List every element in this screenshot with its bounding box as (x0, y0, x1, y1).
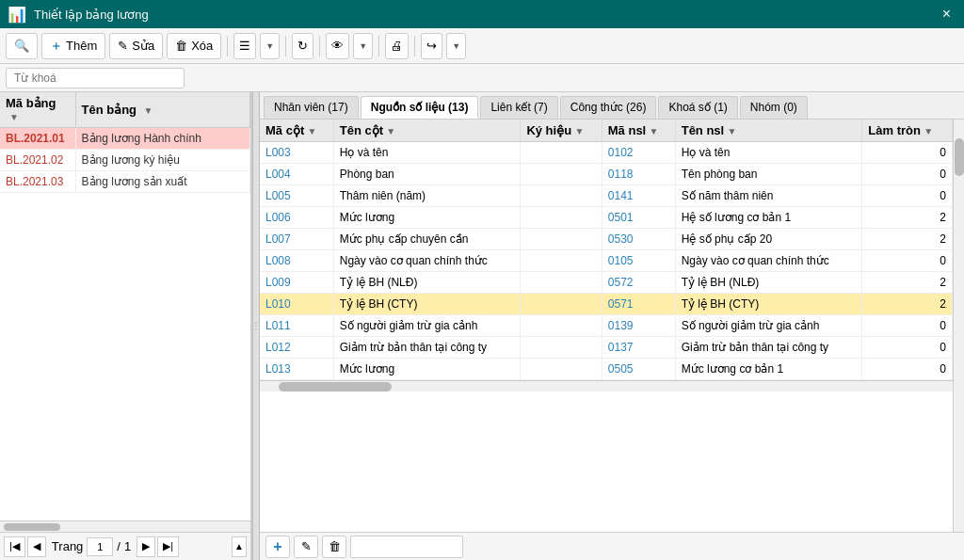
print-button[interactable]: 🖨 (385, 33, 409, 59)
right-table-row[interactable]: L010 Tỷ lệ BH (CTY) 0571 Tỷ lệ BH (CTY) … (260, 294, 953, 315)
col-filter-icon[interactable]: ▼ (308, 126, 317, 136)
tab-4[interactable]: Khoá số (1) (658, 96, 737, 119)
cell-ma-cot: L005 (260, 185, 333, 207)
cell-ten-nsl: Hệ số lương cơ bản 1 (675, 207, 862, 229)
cell-ma-nsl: 0102 (602, 142, 675, 164)
edit-icon: ✎ (118, 39, 128, 53)
right-hscrollbar[interactable] (260, 380, 953, 392)
col-label: Tên cột (340, 123, 383, 137)
cell-ma-cot: L011 (260, 315, 333, 337)
col-filter-icon[interactable]: ▼ (386, 126, 395, 136)
right-table-row[interactable]: L005 Thâm niên (năm) 0141 Số năm thâm ni… (260, 185, 953, 207)
row-action-input[interactable] (350, 536, 463, 558)
right-table-row[interactable]: L012 Giảm trừ bản thân tại công ty 0137 … (260, 337, 953, 359)
right-table-wrap: Mã cột ▼Tên cột ▼Ký hiệu ▼Mã nsl ▼Tên ns… (260, 120, 953, 532)
row-delete-button[interactable]: 🗑 (322, 536, 346, 558)
trang-label: Trang (52, 539, 83, 553)
view-dropdown-arrow: ▼ (359, 41, 367, 51)
tabs: Nhân viên (17)Nguồn số liệu (13)Liên kết… (260, 92, 964, 120)
menu-dropdown-arrow: ▼ (265, 41, 274, 51)
view-dropdown-button[interactable]: ▼ (353, 33, 373, 59)
col-filter-icon[interactable]: ▼ (728, 126, 737, 136)
cell-lam-tron: 0 (862, 337, 953, 359)
cell-lam-tron: 2 (862, 229, 953, 250)
cell-ma-nsl: 0105 (602, 250, 675, 272)
close-button[interactable]: × (937, 5, 956, 24)
left-table-wrap: Mã bảng ▼ Tên bảng ▼ BL.2021.01 Bảng lươ… (0, 92, 250, 520)
cell-ma-cot: L013 (260, 359, 333, 380)
left-table-row[interactable]: BL.2021.03 Bảng lương sản xuất (0, 171, 250, 193)
resize-handle[interactable]: ⋮ (252, 92, 260, 560)
tab-5[interactable]: Nhóm (0) (740, 96, 808, 119)
nav-next-button[interactable]: ▶ (137, 536, 155, 557)
expand-button[interactable]: ▲ (232, 536, 247, 557)
cell-ten-nsl: Hệ số phụ cấp 20 (675, 229, 862, 250)
nav-first-button[interactable]: |◀ (4, 536, 25, 557)
right-vscrollbar[interactable] (953, 120, 964, 532)
share-button[interactable]: ↪ (421, 33, 442, 59)
tab-1[interactable]: Nguồn số liệu (13) (361, 96, 479, 119)
right-table-row[interactable]: L011 Số người giảm trừ gia cảnh 0139 Số … (260, 315, 953, 337)
search-input[interactable] (6, 68, 185, 88)
share-dropdown-button[interactable]: ▼ (446, 33, 466, 59)
right-table-row[interactable]: L006 Mức lương 0501 Hệ số lương cơ bản 1… (260, 207, 953, 229)
row-add-button[interactable]: + (265, 536, 290, 558)
refresh-button[interactable]: ↻ (292, 33, 313, 59)
col-ten_cot-header: Tên cột ▼ (333, 120, 521, 142)
add-label: Thêm (66, 39, 97, 53)
edit-button[interactable]: ✎ Sửa (109, 33, 163, 59)
cell-ten-nsl: Số năm thâm niên (675, 185, 862, 207)
tab-2[interactable]: Liên kết (7) (480, 96, 557, 119)
right-panel: Nhân viên (17)Nguồn số liệu (13)Liên kết… (260, 92, 964, 560)
menu-dropdown-button[interactable]: ▼ (260, 33, 280, 59)
row-edit-button[interactable]: ✎ (294, 536, 318, 558)
left-table-row[interactable]: BL.2021.02 Bảng lương ký hiệu (0, 150, 250, 171)
tab-0[interactable]: Nhân viên (17) (264, 96, 359, 119)
ma-filter-icon[interactable]: ▼ (9, 112, 19, 122)
left-bottom-nav: |◀ ◀ Trang / 1 ▶ ▶| ▲ (0, 532, 250, 560)
cell-lam-tron: 0 (862, 359, 953, 380)
col-label: Mã nsl (608, 123, 646, 137)
nav-prev-button[interactable]: ◀ (27, 536, 46, 557)
row-add-icon: + (273, 538, 281, 555)
right-table-row[interactable]: L009 Tỷ lệ BH (NLĐ) 0572 Tỷ lệ BH (NLĐ) … (260, 272, 953, 294)
col-filter-icon[interactable]: ▼ (574, 126, 584, 136)
cell-ma-nsl: 0571 (602, 294, 675, 315)
search-toolbar-button[interactable]: 🔍 (6, 33, 38, 59)
cell-ma-cot: L004 (260, 164, 333, 185)
share-icon: ↪ (426, 39, 437, 53)
of-label: / (117, 539, 120, 553)
toolbar: 🔍 ＋ Thêm ✎ Sửa 🗑 Xóa ☰ ▼ ↻ 👁 ▼ 🖨 ↪ ▼ (0, 28, 964, 64)
cell-ten-cot: Phòng ban (333, 164, 521, 185)
col-filter-icon[interactable]: ▼ (924, 126, 933, 136)
ten-filter-icon[interactable]: ▼ (143, 105, 153, 116)
cell-ma-cot: L010 (260, 294, 333, 315)
cell-ma-nsl: 0572 (602, 272, 675, 294)
right-table-row[interactable]: L008 Ngày vào cơ quan chính thức 0105 Ng… (260, 250, 953, 272)
cell-ma: BL.2021.01 (0, 128, 75, 150)
tab-3[interactable]: Công thức (26) (560, 96, 657, 119)
view-button[interactable]: 👁 (326, 33, 349, 59)
cell-ten-cot: Mức lương (333, 207, 521, 229)
cell-lam-tron: 2 (862, 207, 953, 229)
add-button[interactable]: ＋ Thêm (41, 33, 105, 59)
searchbar (0, 64, 964, 92)
cell-ma: BL.2021.03 (0, 171, 75, 193)
page-info: Trang / 1 (52, 537, 131, 556)
right-table-row[interactable]: L004 Phòng ban 0118 Tên phòng ban 0 (260, 164, 953, 185)
col-filter-icon[interactable]: ▼ (650, 126, 659, 136)
cell-lam-tron: 2 (862, 272, 953, 294)
cell-ten-cot: Tỷ lệ BH (NLĐ) (333, 272, 521, 294)
right-table-row[interactable]: L007 Mức phụ cấp chuyên cần 0530 Hệ số p… (260, 229, 953, 250)
delete-button[interactable]: 🗑 Xóa (167, 33, 221, 59)
right-table-row[interactable]: L003 Họ và tên 0102 Họ và tên 0 (260, 142, 953, 164)
left-table-row[interactable]: BL.2021.01 Bảng lương Hành chính (0, 128, 250, 150)
page-input[interactable] (87, 537, 113, 556)
menu-button[interactable]: ☰ (233, 33, 256, 59)
nav-last-button[interactable]: ▶| (157, 536, 179, 557)
right-table-row[interactable]: L013 Mức lương 0505 Mức lương cơ bản 1 0 (260, 359, 953, 380)
cell-ky-hieu (521, 294, 602, 315)
add-icon: ＋ (50, 38, 62, 55)
right-table: Mã cột ▼Tên cột ▼Ký hiệu ▼Mã nsl ▼Tên ns… (260, 120, 953, 380)
left-hscrollbar[interactable] (0, 520, 250, 532)
